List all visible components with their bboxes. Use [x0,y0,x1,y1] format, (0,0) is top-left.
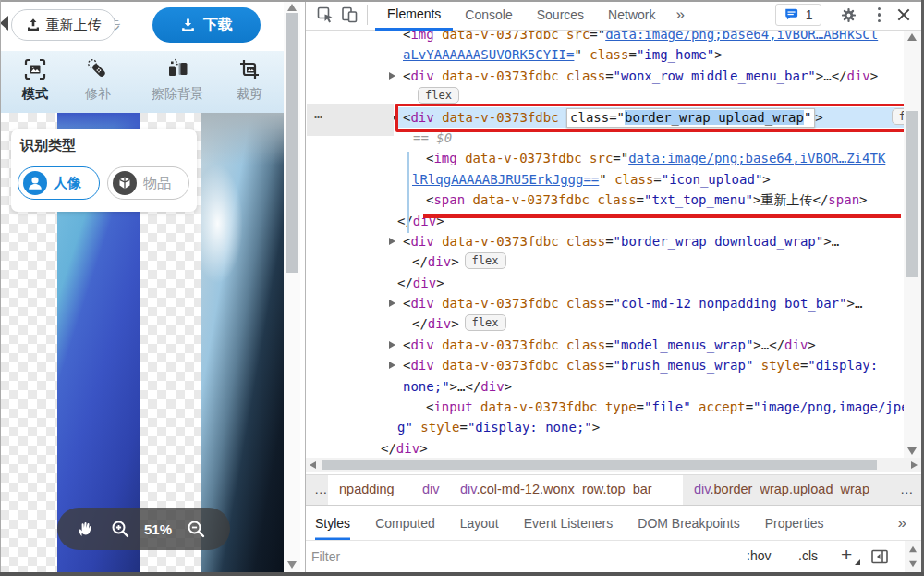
dom-tree-row[interactable]: flex [307,86,904,106]
flex-badge[interactable]: flex [418,87,459,104]
scrollbar-thumb[interactable] [286,13,298,273]
pan-hand-icon[interactable] [76,519,96,539]
expand-arrow-icon[interactable] [389,341,395,349]
scroll-up-icon[interactable] [907,33,917,41]
expand-arrow-icon[interactable] [389,362,395,369]
tab-properties[interactable]: Properties [765,506,824,540]
zoom-in-icon[interactable] [110,519,130,539]
dom-tree-row[interactable]: </div> [307,211,904,231]
tab-network[interactable]: Network [596,0,667,31]
toggle-class-button[interactable]: .cls [798,548,818,563]
inspect-element-icon[interactable] [313,3,337,27]
flex-badge[interactable]: flex [465,252,506,269]
tab-styles[interactable]: Styles [315,506,350,540]
attribute-editor[interactable]: class="border_wrap upload_wrap" [566,108,815,128]
back-arrow-icon[interactable] [0,16,8,31]
tab-mode[interactable]: 模式 [7,56,63,110]
more-tabs-icon[interactable]: » [898,514,906,533]
toggle-hover-state-button[interactable]: :hov [747,548,771,563]
dom-tree-row[interactable]: <div data-v-0373fdbc class="model_menus_… [307,335,904,355]
reupload-button[interactable]: 重新上传 [11,9,116,41]
tab-patch[interactable]: 修补 [70,56,126,110]
more-options-icon[interactable] [878,7,881,23]
settings-gear-icon[interactable] [840,6,857,24]
code-token: div [410,358,433,373]
device-toolbar-icon[interactable] [337,3,361,27]
tab-computed[interactable]: Computed [375,506,435,540]
breadcrumb-item[interactable]: npadding [339,482,395,496]
option-portrait[interactable]: 人像 [18,166,100,200]
code-token: accept [691,399,746,414]
styles-scrollbar[interactable] [905,541,921,573]
close-icon[interactable] [895,6,912,23]
scroll-right-icon[interactable] [911,461,918,469]
scroll-down-icon[interactable] [907,447,917,455]
code-token: > [714,47,722,62]
download-button[interactable]: 下载 [152,7,261,43]
tab-erase-background[interactable]: 擦除背景 [135,56,220,110]
scrollbar-thumb[interactable] [322,460,877,470]
tab-dom-breakpoints[interactable]: DOM Breakpoints [638,506,739,540]
scrollbar-thumb[interactable] [906,111,918,277]
tab-crop[interactable]: 裁剪 [222,56,277,110]
flex-badge[interactable]: flex [892,108,904,125]
dom-tree-row[interactable]: aLvYAAAAAASUVORK5CYII=" class="img_home"… [307,44,904,65]
flex-badge[interactable]: flex [465,314,506,331]
dom-tree-row[interactable]: </div> [307,438,904,458]
tab-event-listeners[interactable]: Event Listeners [524,506,614,540]
dom-tree-row[interactable]: <div data-v-0373fdbc class="wonx_row mid… [307,66,904,86]
code-token: </ [832,68,847,83]
dom-tree-row[interactable]: </div>flex [307,313,904,334]
breadcrumb-item[interactable]: div [422,482,440,496]
code-token: = [605,296,613,311]
more-tabs-icon[interactable]: » [667,6,692,24]
code-token: div [410,234,433,249]
dom-tree-row[interactable]: == $0 [307,128,904,148]
tab-sources[interactable]: Sources [525,0,596,31]
zoom-level: 51% [144,521,172,537]
dom-tree-row[interactable]: lRlqgAAAAABJRU5ErkJggg==" class="icon_up… [307,169,904,190]
breadcrumb-item-selected[interactable]: div.border_wrap.upload_wrap [694,482,869,496]
dom-tree-row[interactable]: <img data-v-0373fdbc src="data:image/png… [307,148,904,168]
new-style-rule-button[interactable]: + [841,544,852,566]
dom-tree-row-selected[interactable]: <div data-v-0373fdbc class="border_wrap … [307,107,904,128]
tab-layout[interactable]: Layout [460,506,499,540]
option-object[interactable]: 物品 [107,166,189,200]
gutter-more-button[interactable]: … [307,104,394,136]
devtools-horizontal-scrollbar[interactable] [306,458,921,472]
image-canvas[interactable]: 识别类型 人像 物品 [0,113,284,576]
breadcrumb-overflow-left[interactable]: … [314,482,328,496]
dock-sidebar-icon[interactable] [870,547,889,569]
tab-console[interactable]: Console [453,0,524,31]
breadcrumb-item[interactable]: div.col-md-12.wonx_row.top_bar [460,482,652,496]
issues-badge[interactable]: 1 [775,4,821,26]
dom-tree-row[interactable]: <span data-v-0373fdbc class="txt_top_men… [307,190,904,210]
tab-elements[interactable]: Elements [375,0,453,31]
dom-tree-row[interactable]: <div data-v-0373fdbc class="border_wrap … [307,231,904,251]
zoom-out-icon[interactable] [186,519,206,539]
code-token: = [605,234,613,249]
dom-tree-row[interactable]: <div data-v-0373fdbc class="col-md-12 no… [307,293,904,313]
scroll-up-icon[interactable] [287,4,297,11]
download-icon [180,18,196,33]
expand-arrow-icon[interactable] [389,238,395,245]
breadcrumb-overflow-right[interactable]: … [900,482,914,496]
page-scrollbar[interactable] [284,0,300,576]
scroll-down-icon[interactable] [909,561,917,567]
dom-tree-row[interactable]: <input data-v-0373fdbc type="file" accep… [307,397,904,417]
expand-arrow-icon[interactable] [389,72,395,80]
dom-tree-row[interactable]: <img data-v-0373fdbc src="data:image/png… [307,31,904,44]
scroll-down-icon[interactable] [287,561,297,569]
scroll-up-icon[interactable] [909,546,917,552]
devtools-vertical-scrollbar[interactable] [904,31,921,458]
new-style-rule-dropdown-icon[interactable] [855,559,860,565]
app-header: 一步 重新上传 下载 [0,0,284,51]
expand-arrow-icon[interactable] [389,300,395,307]
dom-tree-row[interactable]: </div>flex [307,251,904,272]
dom-tree-row[interactable]: g" style="display: none;"> [307,417,904,437]
scroll-left-icon[interactable] [310,461,316,469]
filter-input[interactable] [310,545,735,569]
dom-tree-row[interactable]: <div data-v-0373fdbc class="brush_menus_… [307,355,904,375]
dom-tree-row[interactable]: </div> [307,273,904,293]
dom-tree-row[interactable]: none;">…</div> [307,376,904,397]
